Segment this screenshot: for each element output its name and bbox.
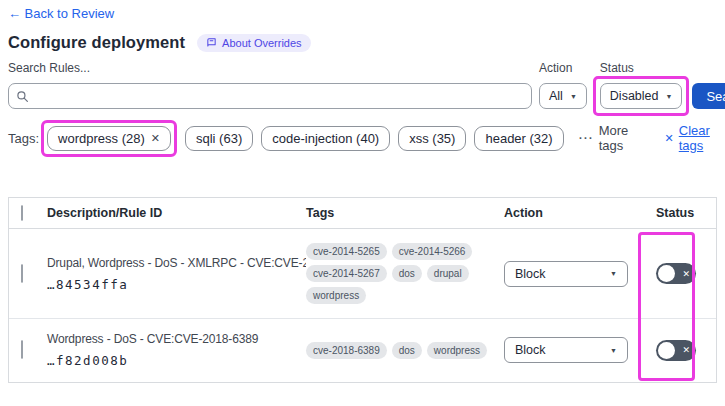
rule-id: …f82d008b [47,353,300,368]
row-checkbox[interactable] [21,340,23,359]
clear-tags-button[interactable]: ✕ Clear tags [665,123,725,153]
tag-chip-wordpress[interactable]: wordpress (28) ✕ [47,126,171,151]
toggle-x-icon: ✕ [682,346,690,355]
search-button[interactable]: Search [692,83,725,109]
filter-row: Search Rules... Action All ▼ Status [8,61,717,109]
table-row: Drupal, Wordpress - DoS - XMLRPC - CVE:C… [9,229,716,319]
tag-chip-code-injection[interactable]: code-injection (40) [261,126,390,151]
status-toggle-off[interactable]: ✕ [656,263,696,284]
selected-tag-highlight-annotation: wordpress (28) ✕ [41,120,177,157]
action-select[interactable]: Block ▼ [504,337,628,363]
clear-tags-label: Clear tags [679,123,725,153]
rule-tag-pill: drupal [427,265,469,282]
remove-tag-icon[interactable]: ✕ [151,133,160,144]
action-filter-dropdown[interactable]: All ▼ [539,83,587,109]
action-select[interactable]: Block ▼ [504,261,628,287]
status-filter-dropdown[interactable]: Disabled ▼ [600,83,683,109]
column-header-status: Status [646,206,716,220]
search-icon [16,89,29,107]
rule-tag-pill: cve-2018-6389 [306,342,387,359]
tags-label: Tags: [8,131,39,146]
row-checkbox[interactable] [21,264,23,283]
rule-tags: cve-2014-5265 cve-2014-5266 cve-2014-526… [306,243,500,304]
tag-chip-header[interactable]: header (32) [474,126,563,151]
more-tags-button[interactable]: ⋯ More tags [578,123,643,153]
status-filter-highlight-annotation: Disabled ▼ [593,76,690,116]
tag-chip-xss[interactable]: xss (35) [398,126,466,151]
rule-tag-pill: dos [392,342,422,359]
status-filter-label: Status [600,61,683,75]
rule-description: Wordpress - DoS - CVE:CVE-2018-6389 [47,332,300,346]
caret-down-icon: ▼ [570,93,577,100]
table-header-row: Description/Rule ID Tags Action Status [9,198,716,229]
back-to-review-link[interactable]: ← Back to Review [8,6,114,21]
column-header-action: Action [504,206,646,220]
rule-tags: cve-2018-6389 dos wordpress [306,342,500,359]
toggle-knob [658,342,675,359]
caret-down-icon: ▼ [610,270,617,277]
title-row: Configure deployment About Overrides [8,33,311,52]
rule-tag-pill: dos [392,265,422,282]
rule-tag-pill: wordpress [427,342,487,359]
rule-id: …84534ffa [47,277,300,292]
status-filter-value: Disabled [610,89,659,103]
tag-chip-sqli[interactable]: sqli (63) [185,126,253,151]
page-title: Configure deployment [8,33,185,52]
status-filter-group: Status Disabled ▼ [600,61,683,109]
action-filter-label: Action [539,61,587,75]
toggle-knob [658,265,675,282]
rules-table: Description/Rule ID Tags Action Status D… [8,197,717,383]
action-filter-value: All [549,89,563,103]
search-rules-input[interactable] [8,83,532,109]
action-select-value: Block [515,267,546,281]
clear-icon: ✕ [665,133,674,144]
rule-description: Drupal, Wordpress - DoS - XMLRPC - CVE:C… [47,256,300,270]
toggle-x-icon: ✕ [682,269,690,278]
rule-tag-pill: cve-2014-5266 [392,243,473,260]
about-overrides-label: About Overrides [222,37,301,49]
table-row: Wordpress - DoS - CVE:CVE-2018-6389 …f82… [9,319,716,381]
configure-deployment-page: ← Back to Review Configure deployment Ab… [0,0,725,406]
action-filter-group: Action All ▼ [539,61,587,109]
status-toggle-off[interactable]: ✕ [656,340,696,361]
rule-tag-pill: cve-2014-5267 [306,265,387,282]
caret-down-icon: ▼ [665,93,672,100]
about-overrides-badge[interactable]: About Overrides [197,34,310,52]
column-header-description: Description/Rule ID [39,206,306,220]
more-tags-label: More tags [599,123,643,153]
select-all-checkbox[interactable] [21,205,23,221]
book-icon [206,37,217,48]
rule-tag-pill: wordpress [306,287,366,304]
rule-tag-pill: cve-2014-5265 [306,243,387,260]
caret-down-icon: ▼ [610,347,617,354]
action-select-value: Block [515,343,546,357]
search-group: Search Rules... [8,61,532,109]
column-header-tags: Tags [306,206,504,220]
tags-bar: Tags: wordpress (28) ✕ sqli (63) code-in… [8,122,725,154]
tag-chip-label: wordpress (28) [58,131,145,146]
search-rules-label: Search Rules... [8,61,532,75]
